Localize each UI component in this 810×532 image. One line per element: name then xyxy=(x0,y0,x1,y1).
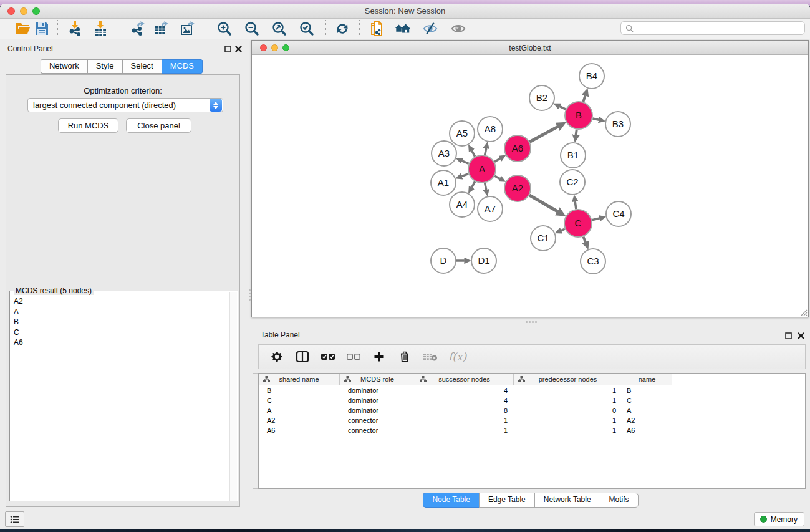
column-header-shared-name[interactable]: shared name xyxy=(259,374,340,385)
edge-A-A8[interactable] xyxy=(485,148,486,155)
cell-name[interactable]: A2 xyxy=(622,417,672,424)
cell-name[interactable]: B xyxy=(622,387,672,394)
cell-successor-nodes[interactable]: 4 xyxy=(415,397,514,404)
delete-column-icon[interactable] xyxy=(397,349,412,364)
resize-grip-icon[interactable] xyxy=(799,307,808,316)
cell-successor-nodes[interactable]: 1 xyxy=(415,417,514,424)
tab-style[interactable]: Style xyxy=(87,59,122,74)
cell-shared-name[interactable]: C xyxy=(259,397,340,404)
tab-network-table[interactable]: Network Table xyxy=(534,493,600,508)
search-input[interactable] xyxy=(637,24,793,32)
zoom-selected-icon[interactable] xyxy=(299,21,315,37)
network-window-titlebar[interactable]: testGlobe.txt xyxy=(252,41,808,55)
cell-shared-name[interactable]: A2 xyxy=(259,417,340,424)
apply-layout-icon[interactable] xyxy=(334,21,350,37)
cell-name[interactable]: A6 xyxy=(622,427,672,434)
open-session-icon[interactable] xyxy=(14,21,31,37)
split-columns-icon[interactable] xyxy=(295,349,310,364)
table-row[interactable]: Bdominator41B xyxy=(259,385,805,395)
optimization-criterion-dropdown[interactable]: largest connected component (directed) xyxy=(27,98,223,112)
cell-predecessor-nodes[interactable]: 0 xyxy=(514,407,622,414)
cell-successor-nodes[interactable]: 4 xyxy=(415,387,514,394)
cell-shared-name[interactable]: A6 xyxy=(259,427,340,434)
cell-predecessor-nodes[interactable]: 1 xyxy=(514,417,622,424)
column-header-MCDS-role[interactable]: MCDS role xyxy=(340,374,415,385)
table-row[interactable]: A6connector11A6 xyxy=(259,425,805,435)
result-item[interactable]: A6 xyxy=(11,337,230,348)
horizontal-splitter-grip[interactable] xyxy=(526,321,539,323)
result-item[interactable]: B xyxy=(11,317,230,327)
cell-shared-name[interactable]: B xyxy=(259,387,340,394)
tab-network[interactable]: Network xyxy=(41,59,87,74)
edge-B-B4[interactable] xyxy=(583,95,585,102)
memory-button[interactable]: Memory xyxy=(754,512,804,526)
result-item[interactable]: C xyxy=(11,327,230,338)
cell-shared-name[interactable]: A xyxy=(259,407,340,414)
document-network-icon[interactable] xyxy=(369,21,385,37)
tab-mcds[interactable]: MCDS xyxy=(162,59,203,74)
edge-A-A2[interactable] xyxy=(494,176,500,179)
edge-C-C4[interactable] xyxy=(592,218,599,220)
column-header-successor-nodes[interactable]: successor nodes xyxy=(415,374,514,385)
search-field[interactable] xyxy=(620,21,805,35)
edge-A-A3[interactable] xyxy=(462,161,469,164)
close-table-panel-icon[interactable] xyxy=(798,331,806,339)
hide-eye-icon[interactable] xyxy=(422,21,438,37)
cell-successor-nodes[interactable]: 8 xyxy=(415,407,514,414)
column-header-name[interactable]: name xyxy=(622,374,672,385)
zoom-fit-icon[interactable] xyxy=(271,21,287,37)
result-item[interactable]: A xyxy=(11,307,230,317)
cell-name[interactable]: A xyxy=(622,407,672,414)
tab-node-table[interactable]: Node Table xyxy=(423,493,479,508)
edge-A-A4[interactable] xyxy=(471,181,475,188)
result-scrollbar[interactable] xyxy=(229,292,237,501)
cell-MCDS-role[interactable]: dominator xyxy=(340,407,415,414)
deselect-all-icon[interactable] xyxy=(346,349,361,364)
run-mcds-button[interactable]: Run MCDS xyxy=(58,118,118,133)
table-row[interactable]: A2connector11A2 xyxy=(259,415,805,425)
edge-A6-B[interactable] xyxy=(529,127,557,142)
edge-B-B2[interactable] xyxy=(559,106,566,109)
zoom-out-icon[interactable] xyxy=(244,21,260,37)
import-network-icon[interactable] xyxy=(67,21,84,37)
select-all-icon[interactable] xyxy=(321,349,335,364)
edge-A-A5[interactable] xyxy=(471,150,475,157)
close-panel-button[interactable]: Close panel xyxy=(126,118,191,133)
cell-predecessor-nodes[interactable]: 1 xyxy=(514,387,622,394)
cell-MCDS-role[interactable]: dominator xyxy=(340,387,415,394)
vertical-splitter-grip[interactable] xyxy=(248,289,251,303)
save-session-icon[interactable] xyxy=(34,21,50,37)
close-panel-icon[interactable] xyxy=(235,44,243,52)
tab-select[interactable]: Select xyxy=(122,59,162,74)
cell-name[interactable]: C xyxy=(622,397,672,404)
cell-predecessor-nodes[interactable]: 1 xyxy=(514,427,622,434)
float-table-panel-icon[interactable] xyxy=(785,331,793,339)
export-table-icon[interactable] xyxy=(153,21,170,37)
edge-C-C3[interactable] xyxy=(583,236,586,242)
edge-B-B3[interactable] xyxy=(593,118,599,120)
gear-icon[interactable] xyxy=(269,349,284,364)
export-network-icon[interactable] xyxy=(130,21,146,37)
edge-A-A1[interactable] xyxy=(461,174,468,177)
tab-edge-table[interactable]: Edge Table xyxy=(479,493,534,508)
cell-MCDS-role[interactable]: connector xyxy=(340,417,415,424)
column-header-predecessor-nodes[interactable]: predecessor nodes xyxy=(514,374,622,385)
cell-predecessor-nodes[interactable]: 1 xyxy=(514,397,622,404)
edge-A-A7[interactable] xyxy=(485,183,486,190)
cell-successor-nodes[interactable]: 1 xyxy=(415,427,514,434)
tab-motifs[interactable]: Motifs xyxy=(600,493,639,508)
edge-C-C2[interactable] xyxy=(575,201,576,209)
edge-B-B1[interactable] xyxy=(576,130,577,135)
home-icon[interactable] xyxy=(395,21,411,37)
zoom-in-icon[interactable] xyxy=(216,21,233,37)
edge-C-C1[interactable] xyxy=(561,229,565,231)
import-table-icon[interactable] xyxy=(93,21,109,37)
cell-MCDS-role[interactable]: dominator xyxy=(340,397,415,404)
float-panel-icon[interactable] xyxy=(224,44,233,52)
network-graph[interactable]: B4B2BB3A8A5A6A3B1AC2A1A2A4A7C4CC1DD1C3 xyxy=(252,55,808,317)
console-button[interactable] xyxy=(5,511,24,527)
export-image-icon[interactable] xyxy=(180,21,196,37)
result-item[interactable]: A2 xyxy=(11,296,230,307)
table-row[interactable]: Adominator80A xyxy=(259,405,805,415)
table-row[interactable]: Cdominator41C xyxy=(259,395,805,405)
